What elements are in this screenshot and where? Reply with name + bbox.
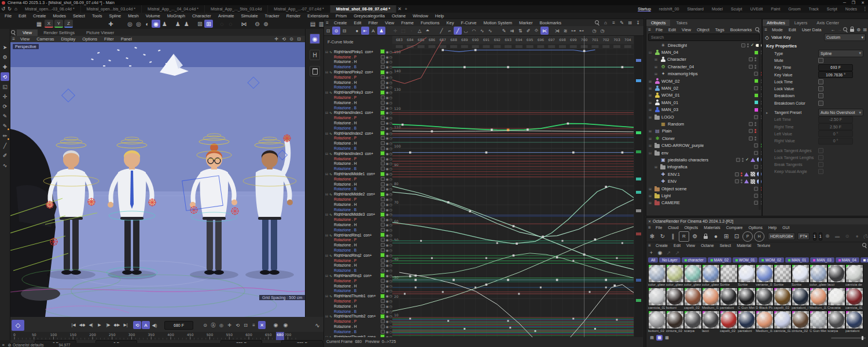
layout-tab-uvedit[interactable]: UVEdit — [750, 7, 763, 11]
character-tool-icon[interactable]: ♟ — [174, 20, 182, 28]
viewport-burger-icon[interactable]: ≡ — [10, 36, 17, 42]
timeline-menu-bookmarks[interactable]: Bookmarks — [536, 20, 565, 25]
fcurve-curve[interactable] — [392, 124, 634, 130]
minimize-button[interactable]: ─ — [843, 1, 846, 5]
selection-settings-icon[interactable]: ⚙ — [1, 53, 9, 61]
timeline-curve-icon[interactable]: ∿ — [313, 321, 322, 329]
material-item[interactable]: color_glass_ — [702, 264, 719, 287]
layer-tab-man_03[interactable]: MAN_03 — [810, 257, 834, 263]
track-channel[interactable]: Rotazione . B◉◷ — [325, 268, 392, 273]
viewport-menu-panel[interactable]: Panel — [117, 36, 135, 42]
material-ball-icon[interactable]: ● — [711, 232, 720, 241]
material-menu-material[interactable]: Material — [734, 243, 754, 248]
bar-icon[interactable]: ▬ — [833, 232, 842, 241]
track-group[interactable]: ⊟∿RightHandThumb3_con+◉◷ — [325, 334, 392, 337]
timeline-menu-functions[interactable]: Functions — [417, 20, 443, 25]
keyframe[interactable] — [491, 129, 493, 131]
keyframe[interactable] — [513, 225, 515, 227]
timeline-menu-edit[interactable]: Edit — [351, 20, 365, 25]
layer-tab-man_04[interactable]: MAN_04 — [836, 257, 859, 263]
tangent-linear-icon[interactable]: ╱ — [437, 27, 446, 35]
viewport-menu-options[interactable]: Options — [79, 36, 101, 42]
rig-handle[interactable] — [50, 238, 58, 246]
keyframe[interactable] — [447, 320, 449, 322]
pin-icon[interactable]: ↧ — [635, 20, 641, 25]
tab-takes[interactable]: Takes — [671, 20, 692, 26]
track-channel[interactable]: Rotazione . H◉◷ — [325, 60, 392, 65]
tangent-soft-icon[interactable]: ∿ — [478, 27, 486, 35]
checkbox-breakdown[interactable] — [818, 93, 823, 98]
objects-menu-tags[interactable]: Tags — [712, 27, 727, 32]
material-item[interactable]: camicia_02 — [774, 311, 790, 333]
auto-icon[interactable]: A — [369, 27, 377, 35]
tangent-ease-icon[interactable]: ◡ — [462, 27, 470, 35]
tangent-spline-icon[interactable]: ╱ — [454, 27, 462, 35]
close-button[interactable]: ✕ — [861, 1, 865, 5]
dim-tool2-icon[interactable]: ◌ — [226, 20, 235, 28]
track-channel[interactable]: Rotazione . B◉◷ — [325, 227, 392, 232]
track-group[interactable]: ⊟∿RightHandMiddle1_con+◉◷ — [325, 171, 392, 176]
objects-search-icon[interactable] — [755, 27, 761, 32]
octane-menu-file[interactable]: File — [653, 226, 665, 230]
keyframe-preset1-button[interactable]: ◉ — [271, 321, 280, 329]
fcurve-panel-icon[interactable]: ⇤ — [361, 27, 369, 35]
character-filter-icon[interactable]: ♟ — [377, 27, 385, 35]
viewport-menu-view[interactable]: View — [17, 36, 33, 42]
target-icon[interactable]: ⊚ — [262, 20, 270, 28]
fcurve-graph[interactable]: 6836846856866876886896906916926936946956… — [392, 36, 634, 337]
keyframe[interactable] — [507, 320, 509, 322]
keyframe[interactable] — [464, 66, 466, 68]
current-frame-field[interactable]: 680 F — [164, 321, 193, 330]
menu-extensions[interactable]: Extensions — [304, 13, 332, 19]
material-item[interactable]: pantaloni_0 — [792, 287, 808, 310]
attr-search-icon[interactable] — [843, 27, 849, 32]
layout-tab-groom[interactable]: Groom — [788, 7, 800, 11]
keyframe[interactable] — [605, 186, 607, 188]
track-channel[interactable]: Rotazione . P◉◷ — [325, 54, 392, 60]
menu-greyscalegorilla[interactable]: Greyscalegorilla — [350, 13, 388, 19]
tangent-fast-icon[interactable]: ∿ — [486, 27, 494, 35]
gizmo-icon[interactable]: ◉ — [310, 34, 320, 44]
keyframe[interactable] — [572, 260, 574, 261]
track-group[interactable]: ⊟∿RightHandIndex1_con+◉◷ — [325, 110, 392, 116]
track-channel[interactable]: Rotazione . B◉◷ — [325, 146, 392, 151]
track-channel[interactable]: Rotazione . H◉◷ — [325, 202, 392, 207]
track-channel[interactable]: Rotazione . P◉◷ — [325, 176, 392, 182]
tangent-easeout-icon[interactable]: ◠ — [470, 27, 478, 35]
keyframe[interactable] — [583, 253, 586, 256]
layer-tab-no-layer[interactable]: No Layer — [659, 257, 680, 263]
keyframe[interactable] — [431, 130, 433, 132]
keyframe[interactable] — [613, 285, 616, 287]
menu-simulate[interactable]: Simulate — [237, 13, 261, 19]
record-parameter-button[interactable]: ≡ — [250, 321, 258, 329]
fcurve-mode-icon[interactable]: ⊙ — [332, 27, 340, 35]
material-menu-select[interactable]: Select — [717, 243, 734, 248]
track-group[interactable]: ⊟∿RightHandIndex3_con+◉◷ — [325, 151, 392, 156]
add-aov-icon[interactable]: ⊞ — [722, 232, 731, 241]
material-item[interactable]: C Gun Meta — [810, 311, 826, 333]
tab-layers[interactable]: Layers — [790, 20, 812, 26]
cam-icon[interactable]: ⊙ — [843, 232, 852, 241]
objects-menu-edit[interactable]: Edit — [665, 27, 679, 32]
track-channel[interactable]: Rotazione . B◉◷ — [325, 329, 392, 334]
arrow-up1-icon[interactable]: ↗ — [665, 249, 672, 256]
object-row[interactable]: ⊞CMD-ARROW_purple — [646, 142, 762, 149]
viewport-search-icon[interactable] — [10, 29, 17, 35]
keyframe[interactable] — [475, 49, 477, 51]
material-item[interactable]: bottoni — [666, 287, 683, 310]
select-tangent-preset[interactable]: Auto No Overshoot▾ — [818, 109, 863, 116]
sound-toggle[interactable]: ◀) — [150, 321, 159, 329]
object-row[interactable]: ⊟env — [646, 149, 762, 156]
viewport-camera-label[interactable]: Perspective — [13, 44, 39, 49]
keyframe[interactable] — [556, 256, 558, 259]
menu-window[interactable]: Window — [409, 13, 432, 19]
checkbox-breakdown-color[interactable] — [818, 101, 823, 106]
half-sphere-icon[interactable]: ◐ — [143, 20, 152, 28]
scale-tool-icon[interactable]: ◱ — [1, 82, 9, 91]
pause-render-icon[interactable]: ∥ — [668, 232, 678, 241]
viewport-tab-view[interactable]: View — [17, 29, 38, 36]
x-axis-lock[interactable]: X — [45, 20, 53, 28]
octane-menu-cloud[interactable]: Cloud — [665, 226, 681, 230]
keyframe[interactable] — [486, 283, 488, 286]
object-row[interactable]: ✚ENV.1 — [646, 171, 762, 178]
